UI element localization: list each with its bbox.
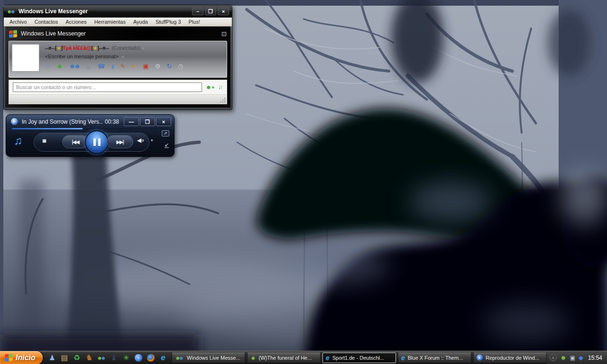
taskbar-button-messenger[interactable]: ☻☻ Windows Live Messe... — [172, 353, 245, 363]
minimize-button[interactable]: – — [192, 8, 203, 15]
security-shield-icon[interactable]: ◆ — [579, 354, 583, 361]
volume-dropdown-icon[interactable]: ▾ — [151, 138, 153, 143]
firefox-icon[interactable] — [146, 353, 156, 363]
maximize-button[interactable]: ❒ — [205, 8, 216, 15]
media-player-controls: ♫ ■ |◀◀ ▶▶| ◀› ▾ ↗ ↙ — [6, 129, 174, 155]
search-row: ☻+ ↓↑ — [9, 80, 227, 95]
phone-icon[interactable]: ☎ — [97, 63, 105, 70]
pause-button[interactable] — [85, 130, 109, 154]
minimize-button[interactable]: — — [124, 117, 139, 126]
media-player-icon: ▸ — [11, 118, 18, 125]
search-input[interactable] — [13, 82, 202, 92]
stop-button[interactable]: ■ — [42, 137, 46, 144]
email-icon[interactable]: ✉ — [45, 63, 50, 70]
expand-window-icon[interactable]: ⊡ — [221, 30, 227, 37]
close-button[interactable]: × — [218, 8, 229, 15]
blue-figure-icon[interactable]: ♟ — [47, 353, 57, 363]
music-player-icon[interactable]: ♪ — [134, 353, 143, 363]
system-tray: ‹ ☻ ▣ ◆ 15:54 — [547, 351, 607, 364]
star-emoticon: ★ — [93, 46, 97, 51]
bird-app-icon[interactable]: ♝ — [109, 353, 119, 363]
display-name[interactable]: --¤--[★]Ŧµå kÏ££å@[★]--¤--(Conectado)▾ — [45, 45, 224, 51]
display-name-red: Ŧµå kÏ££å@ — [63, 45, 91, 51]
messenger-menubar: Archivo Contactos Acciones Herramientas … — [4, 18, 232, 27]
taskbar-button-chat[interactable]: ☻ (W)The funeral of He... — [247, 353, 321, 363]
internet-explorer-icon: e — [401, 354, 405, 362]
menu-herramientas[interactable]: Herramientas — [91, 19, 129, 25]
status-dropdown-icon[interactable]: ▾ — [142, 46, 145, 51]
tray-collapse-chevron[interactable]: ‹ — [550, 354, 557, 361]
windows-flag-icon — [9, 30, 17, 37]
taskbar: Inicio ♟ ▤ ♻ ♞ ☻☻ ♝ ✳ ♪ e ☻☻ Windows Liv… — [0, 351, 607, 364]
internet-explorer-icon[interactable]: e — [158, 353, 168, 363]
chat-contact-icon: ☻ — [250, 355, 256, 361]
messenger-body: Windows Live Messenger ⊡ --¤--[★]Ŧµå kÏ£… — [5, 27, 230, 108]
elapsed-time: 00:38 — [105, 118, 119, 125]
dock-player-button[interactable]: ↙ — [165, 142, 169, 148]
personal-message[interactable]: <Escribe un mensaje personal> ▾ — [45, 54, 224, 59]
msn-today-icon[interactable]: ✔ — [131, 63, 137, 70]
personal-message-dropdown-icon[interactable]: ▾ — [122, 55, 124, 59]
sort-contacts-icon[interactable]: ↓↑ — [218, 84, 223, 91]
start-button[interactable]: Inicio — [0, 351, 43, 364]
add-contact-icon[interactable]: ☻ — [56, 63, 63, 70]
taskbar-button-ie-forum[interactable]: e Blue X Forum :: Them... — [398, 353, 471, 363]
history-icon[interactable]: ◷ — [178, 63, 183, 70]
network-icon[interactable]: ▣ — [570, 355, 575, 361]
volume-button[interactable]: ◀› — [137, 137, 144, 144]
taskbar-button-wmp[interactable]: ▸ Reproductor de Wind... — [473, 353, 547, 363]
icq-icon[interactable]: ✳ — [121, 353, 131, 363]
track-title: In Joy and Sorrow (String Vers... — [22, 118, 103, 125]
menu-archivo[interactable]: Archivo — [6, 19, 31, 25]
messenger-icon[interactable]: ☻☻ — [97, 353, 106, 363]
recycle-bin-icon[interactable]: ♻ — [72, 353, 82, 363]
messenger-app-icon: ☻ ☻ — [7, 9, 16, 14]
settings-icon[interactable]: ⚙ — [155, 63, 161, 70]
resize-grip[interactable] — [220, 97, 226, 103]
maximize-button[interactable]: ❒ — [140, 117, 155, 126]
next-button[interactable]: ▶▶| — [107, 135, 133, 148]
messenger-status-strip — [9, 95, 227, 104]
add-contact-quick-icon[interactable]: ☻+ — [206, 84, 214, 91]
menu-stuffplug[interactable]: StuffPlug 3 — [152, 19, 185, 25]
messenger-brand: Windows Live Messenger — [21, 30, 221, 37]
menu-plus[interactable]: Plus! — [185, 19, 204, 25]
menu-ayuda[interactable]: Ayuda — [129, 19, 152, 25]
start-button-label: Inicio — [16, 354, 36, 362]
contacts-group-icon[interactable]: ☻☻ — [69, 63, 79, 70]
menu-acciones[interactable]: Acciones — [62, 19, 91, 25]
media-player-window: ▸ In Joy and Sorrow (String Vers... 00:3… — [6, 114, 175, 157]
media-player-icon: ▸ — [477, 355, 483, 361]
close-button[interactable]: × — [156, 117, 171, 126]
sync-icon[interactable]: ↻ — [166, 63, 172, 70]
messenger-titlebar[interactable]: ☻ ☻ Windows Live Messenger – ❒ × — [4, 5, 232, 18]
messenger-window: ☻ ☻ Windows Live Messenger – ❒ × Archivo… — [3, 5, 232, 110]
media-player-titlebar[interactable]: ▸ In Joy and Sorrow (String Vers... 00:3… — [6, 115, 174, 126]
messenger-window-title: Windows Live Messenger — [18, 8, 192, 15]
mobile-icon[interactable]: ▮ — [111, 63, 114, 70]
windows-flag-icon — [5, 354, 13, 361]
menu-contactos[interactable]: Contactos — [31, 19, 62, 25]
printer-icon[interactable]: ▤ — [60, 353, 69, 363]
handwriting-icon[interactable]: ✎ — [120, 63, 126, 70]
restore-full-mode-button[interactable]: ↗ — [162, 130, 169, 136]
quick-launch-bar: ♟ ▤ ♻ ♞ ☻☻ ♝ ✳ ♪ e — [43, 353, 172, 363]
messenger-status-icon[interactable]: ☻ — [560, 354, 567, 361]
taskbar-button-ie-sport1[interactable]: e Sport1.de - Deutschl... — [322, 353, 396, 363]
music-note-icon: ♫ — [14, 134, 22, 147]
taskbar-buttons: ☻☻ Windows Live Messe... ☻ (W)The funera… — [172, 353, 547, 363]
desktop: ☻ ☻ Windows Live Messenger – ❒ × Archivo… — [0, 0, 607, 364]
messenger-toolbar: ✉ ☻ ☻☻ ▦ ☎ ▮ ✎ ✔ ▣ ⚙ ↻ ◷ — [45, 63, 224, 70]
status-text: (Conectado) — [112, 45, 141, 51]
emule-icon[interactable]: ♞ — [84, 353, 94, 363]
internet-explorer-icon: e — [326, 354, 330, 362]
user-panel: --¤--[★]Ŧµå kÏ££å@[★]--¤--(Conectado)▾ <… — [9, 41, 227, 78]
games-icon[interactable]: ▣ — [143, 63, 148, 70]
avatar[interactable] — [12, 44, 39, 72]
clock[interactable]: 15:54 — [588, 355, 602, 361]
contact-card-icon[interactable]: ▦ — [85, 63, 91, 70]
